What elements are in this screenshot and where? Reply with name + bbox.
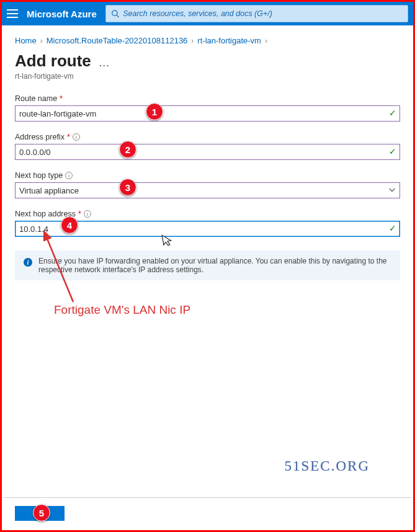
content-area: Home › Microsoft.RouteTable-202201081121… [4, 27, 411, 528]
search-input[interactable] [123, 9, 403, 18]
field-address-prefix: Address prefix * i ✓ [15, 133, 400, 160]
chevron-right-icon: › [265, 37, 267, 45]
breadcrumb: Home › Microsoft.RouteTable-202201081121… [15, 36, 400, 45]
info-circle-icon: i [24, 258, 32, 267]
chevron-right-icon: › [191, 37, 194, 45]
field-route-name: Route name * ✓ [15, 94, 400, 122]
breadcrumb-routetable[interactable]: Microsoft.RouteTable-20220108112136 [47, 36, 188, 45]
annotation-badge-1: 1 [146, 103, 163, 120]
page-title: Add route [15, 51, 91, 71]
search-icon [111, 9, 119, 18]
check-icon: ✓ [389, 146, 396, 156]
annotation-badge-4: 4 [61, 216, 78, 234]
info-icon[interactable]: i [65, 172, 73, 179]
address-prefix-label: Address prefix [15, 133, 65, 141]
annotation-badge-3: 3 [119, 179, 136, 196]
breadcrumb-home[interactable]: Home [15, 36, 37, 45]
check-icon: ✓ [389, 108, 396, 118]
chevron-right-icon: › [40, 37, 43, 45]
address-prefix-input[interactable] [15, 144, 400, 160]
annotation-badge-2: 2 [119, 141, 136, 158]
next-hop-type-value: Virtual appliance [19, 186, 79, 195]
annotation-badge-5: 5 [33, 504, 50, 521]
chevron-down-icon [388, 185, 396, 194]
watermark: 51SEC.ORG [285, 458, 370, 474]
brand-label: Microsoft Azure [27, 9, 97, 19]
footer-bar: OK [4, 497, 411, 528]
route-name-input[interactable] [15, 105, 400, 122]
required-mark: * [67, 133, 70, 141]
svg-line-1 [117, 16, 118, 17]
ip-forwarding-info: i Ensure you have IP forwarding enabled … [15, 250, 400, 280]
field-next-hop-type: Next hop type i Virtual appliance [15, 171, 400, 198]
required-mark: * [78, 210, 81, 218]
info-text: Ensure you have IP forwarding enabled on… [38, 257, 391, 274]
next-hop-type-select[interactable]: Virtual appliance [15, 182, 400, 198]
next-hop-type-label: Next hop type [15, 171, 63, 180]
azure-topbar: Microsoft Azure [2, 2, 413, 25]
hamburger-menu[interactable] [7, 7, 19, 20]
info-icon[interactable]: i [73, 133, 80, 141]
required-mark: * [60, 94, 63, 103]
more-actions-button[interactable]: … [99, 56, 110, 69]
page-subtitle: rt-lan-fortigate-vm [15, 72, 400, 81]
app-frame: Microsoft Azure Home › Microsoft.RouteTa… [0, 0, 415, 532]
annotation-text: Fortigate VM's LAN Nic IP [54, 303, 190, 317]
global-search[interactable] [105, 5, 408, 22]
breadcrumb-rt-lan[interactable]: rt-lan-fortigate-vm [197, 36, 261, 45]
check-icon: ✓ [389, 223, 396, 233]
route-name-label: Route name [15, 94, 57, 103]
svg-point-0 [112, 11, 117, 16]
info-icon[interactable]: i [84, 210, 91, 218]
